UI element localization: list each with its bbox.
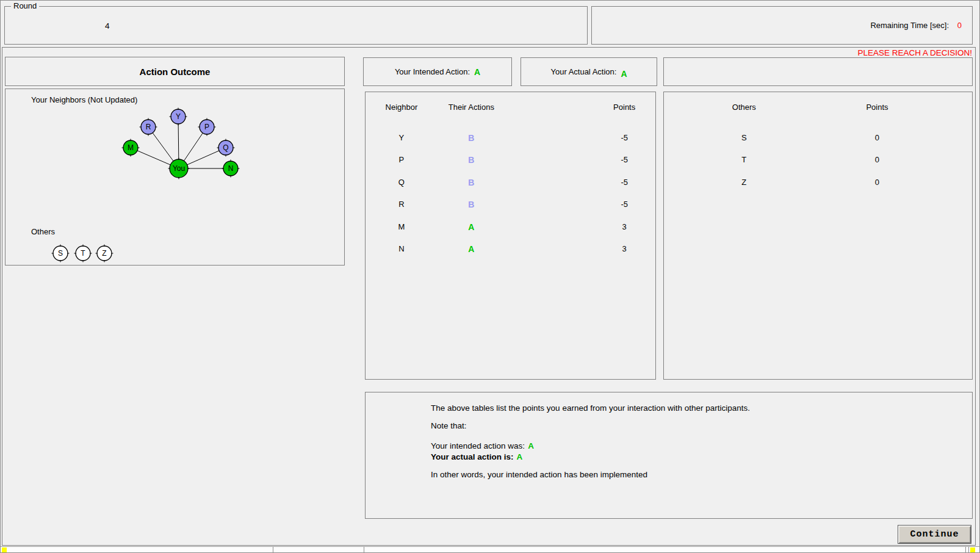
neighbor-cell: Q [398,178,405,187]
right-header-box [663,57,973,86]
svg-text:M: M [128,143,134,152]
summary-intended-value: A [528,441,534,450]
actual-action-value: A [621,69,627,79]
continue-button[interactable]: Continue [898,525,971,544]
network-graph: MRYPQNYouSTZ [5,89,344,265]
points-cell: 3 [622,244,627,254]
svg-text:Z: Z [102,249,106,258]
network-node-T: T [74,245,92,262]
others-table-box: OthersPointsS0T0Z0 [663,92,973,380]
status-bar [1,546,980,553]
neighbor-table-header: Their Actions [449,103,494,112]
ztree-experiment-window: Round 4 Remaining Time [sec]: 0 PLEASE R… [0,0,980,553]
network-box: Your Neighbors (Not Updated) Others MRYP… [5,89,345,266]
others-name-cell: S [741,133,747,143]
intended-action-label: Your Intended Action: [395,67,470,76]
neighbor-table-box: NeighborTheir ActionsPointsYB-5PB-5QB-5R… [365,92,656,380]
others-points-cell: 0 [875,133,879,143]
points-cell: -5 [621,200,628,209]
others-points-cell: 0 [875,155,879,165]
network-node-You: You [168,158,190,179]
neighbor-cell: Y [399,133,405,143]
network-node-Q: Q [217,139,235,157]
network-node-M: M [122,139,140,157]
summary-actual-value: A [517,452,523,461]
action-outcome-header: Action Outcome [5,57,345,86]
network-node-Z: Z [96,245,113,262]
statusbar-divider [364,547,364,553]
network-node-N: N [222,160,240,178]
summary-line-note: Note that: [431,421,467,431]
others-table-header: Points [866,103,888,112]
svg-text:T: T [81,249,85,258]
network-node-R: R [140,118,157,136]
summary-intended-label: Your intended action was: [431,441,525,450]
status-indicator-left [2,548,7,553]
statusbar-divider [965,547,966,553]
summary-line-intended: Your intended action was:A [431,441,534,451]
summary-actual-label: Your actual action is: [431,452,514,461]
summary-line-implemented: In other words, your intended action has… [431,470,647,480]
decision-alert: PLEASE REACH A DECISION! [857,48,972,57]
remaining-time-box: Remaining Time [sec]: 0 [591,6,973,45]
network-node-P: P [198,118,216,136]
actual-action-label: Your Actual Action: [550,67,616,76]
neighbor-cell: M [398,222,405,232]
statusbar-divider [273,547,273,553]
remaining-time-label: Remaining Time [sec]: [870,21,949,30]
action-outcome-title: Action Outcome [140,67,211,77]
action-cell: B [468,200,474,209]
points-cell: 3 [622,222,627,232]
neighbor-cell: P [399,155,405,165]
neighbor-cell: N [398,244,404,254]
summary-box: The above tables list the points you ear… [365,392,973,519]
round-value: 4 [105,21,110,30]
svg-text:Q: Q [223,143,228,152]
intended-action-box: Your Intended Action: A [363,57,512,86]
others-points-cell: 0 [875,178,879,187]
intended-action-value: A [474,67,480,77]
neighbor-cell: R [398,200,404,209]
svg-text:Y: Y [176,112,181,121]
action-cell: A [468,222,474,232]
summary-line-points: The above tables list the points you ear… [431,403,750,413]
action-cell: B [468,133,474,143]
svg-text:P: P [204,123,209,131]
svg-text:R: R [146,123,151,131]
others-table-header: Others [732,103,756,112]
svg-text:You: You [173,164,185,173]
network-node-S: S [52,245,70,262]
action-cell: B [468,178,474,187]
round-label: Round [11,2,39,10]
others-name-cell: T [741,155,746,165]
round-groupbox: Round 4 [4,6,588,45]
action-cell: B [468,155,474,165]
network-node-Y: Y [170,108,187,126]
points-cell: -5 [621,178,628,187]
svg-text:S: S [58,249,63,258]
status-indicator-right [970,548,975,553]
statusbar-divider [968,547,969,553]
action-cell: A [468,244,474,254]
neighbor-table-header: Points [613,103,635,112]
others-name-cell: Z [741,178,746,187]
svg-text:N: N [228,164,234,173]
points-cell: -5 [621,155,628,165]
summary-line-actual: Your actual action is:A [431,452,522,462]
neighbor-table-header: Neighbor [386,103,418,112]
points-cell: -5 [621,133,628,143]
remaining-time-value: 0 [956,21,962,30]
actual-action-box: Your Actual Action: A [521,57,657,86]
main-panel: PLEASE REACH A DECISION! Action Outcome … [2,47,976,546]
